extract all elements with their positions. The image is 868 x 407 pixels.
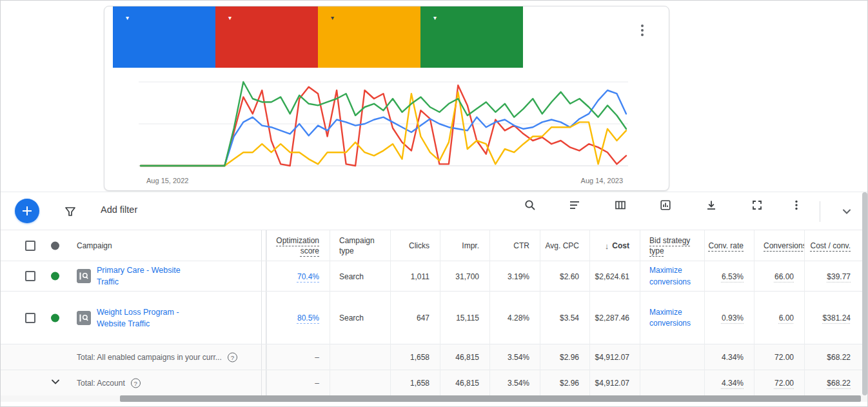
status-enabled-dot[interactable]: [51, 313, 59, 322]
total-cell-convRate: 4.34%: [704, 370, 754, 396]
column-header-costConv[interactable]: Cost / conv.: [804, 230, 861, 261]
campaign-name-link[interactable]: Weight Loss Program - Website Traffic: [97, 306, 203, 329]
cell-convRate: 6.53%: [704, 261, 754, 292]
help-icon[interactable]: ?: [228, 352, 237, 362]
cell-type: Search: [330, 261, 390, 292]
expand-total-chevron-icon[interactable]: [50, 376, 61, 390]
toolbar-columns-button[interactable]: [598, 197, 643, 222]
total-cell-type: [330, 344, 390, 370]
toolbar-divider: [820, 201, 820, 222]
toolbar-reports-button[interactable]: [643, 197, 688, 222]
x-axis-start-label: Aug 15, 2022: [146, 177, 188, 184]
total-cell-ctr: 3.54%: [489, 370, 540, 396]
total-cell-conversions: 72.00: [754, 370, 804, 396]
total-cell-impr: 46,815: [440, 344, 489, 370]
row-checkbox[interactable]: [25, 271, 35, 281]
cell-ctr: 3.19%: [489, 261, 540, 292]
total-cell-ctr: 3.54%: [489, 344, 540, 370]
chevron-down-icon: ▾: [331, 14, 334, 21]
column-header-cost[interactable]: ↓Cost: [589, 230, 640, 261]
filter-funnel-icon[interactable]: [64, 205, 77, 221]
total-cell-type: [330, 370, 390, 396]
column-header-conversions[interactable]: Conversions: [754, 230, 804, 261]
cell-cpc: $3.54: [540, 292, 589, 344]
campaign-name-link[interactable]: Primary Care - Website Traffic: [97, 264, 203, 288]
total-cell-impr: 46,815: [440, 370, 489, 396]
total-cell-clicks: 1,658: [390, 344, 440, 370]
total-cell-bid: [640, 344, 704, 370]
table-header-row: CampaignOptimization scoreCampaign typeC…: [1, 230, 868, 261]
chevron-down-icon: ▾: [228, 14, 232, 21]
cell-bid[interactable]: Maximize conversions: [640, 292, 704, 344]
toolbar-actions: [509, 197, 854, 222]
toolbar-download-button[interactable]: [688, 197, 735, 222]
table-toolbar: Add filter: [1, 192, 868, 230]
horizontal-scrollbar-thumb[interactable]: [120, 395, 861, 402]
frozen-pane-divider: [261, 370, 262, 395]
chart-options-menu-icon[interactable]: [636, 23, 648, 37]
toolbar-more-button[interactable]: [780, 197, 813, 222]
frozen-pane-divider: [261, 230, 262, 261]
column-header-type[interactable]: Campaign type: [330, 230, 390, 261]
metric-label[interactable]: ▾: [327, 14, 420, 21]
performance-chart-card: ▾▾▾▾ Aug 15, 2022 Aug 14, 2023: [104, 6, 669, 191]
total-cell-opt: –: [266, 370, 330, 396]
select-all-checkbox[interactable]: [25, 241, 35, 251]
cell-bid[interactable]: Maximize conversions: [640, 261, 704, 292]
more-icon: [790, 199, 803, 214]
campaign-table: CampaignOptimization scoreCampaign typeC…: [1, 230, 868, 396]
column-header-impr[interactable]: Impr.: [440, 230, 489, 261]
search-campaign-icon: [77, 269, 91, 283]
sort-desc-icon: ↓: [605, 241, 609, 251]
x-axis-end-label: Aug 14, 2023: [581, 177, 623, 184]
total-row-label: Total: Account: [77, 379, 125, 388]
frozen-pane-divider: [266, 230, 266, 261]
add-filter-button[interactable]: Add filter: [101, 204, 137, 215]
metric-card-conversions[interactable]: ▾: [318, 6, 420, 68]
cell-costConv: $39.77: [804, 261, 861, 292]
table-row: Weight Loss Program - Website Traffic80.…: [1, 292, 868, 344]
column-header-convRate[interactable]: Conv. rate: [704, 230, 754, 261]
collapse-table-chevron-icon[interactable]: [840, 204, 854, 222]
column-header-clicks[interactable]: Clicks: [390, 230, 440, 261]
reports-icon: [659, 199, 672, 214]
column-header-campaign[interactable]: Campaign: [77, 241, 112, 250]
cell-clicks: 1,011: [390, 261, 440, 292]
column-header-bid[interactable]: Bid strategy type: [640, 230, 704, 261]
metric-card-cost[interactable]: ▾: [420, 6, 523, 68]
column-header-opt[interactable]: Optimization score: [266, 230, 330, 261]
toolbar-segment-button[interactable]: [551, 197, 598, 222]
series-clicks: [141, 90, 626, 166]
expand-icon: [751, 199, 764, 214]
column-header-ctr[interactable]: CTR: [489, 230, 540, 261]
vertical-scrollbar-thumb[interactable]: [862, 192, 867, 395]
total-account-row: Total: Account?–1,65846,8153.54%$2.96$4,…: [1, 370, 868, 396]
total-row-label: Total: All enabled campaigns in your cur…: [77, 353, 222, 362]
cell-opt[interactable]: 80.5%: [266, 292, 330, 344]
add-campaign-button[interactable]: [15, 199, 39, 223]
column-header-cpc[interactable]: Avg. CPC: [540, 230, 589, 261]
frozen-pane-divider: [266, 261, 266, 291]
row-checkbox[interactable]: [25, 313, 35, 323]
cell-convRate: 0.93%: [704, 292, 754, 344]
metric-card-clicks[interactable]: ▾: [113, 6, 215, 68]
series-conversions: [141, 92, 626, 166]
columns-icon: [614, 199, 627, 214]
cell-opt[interactable]: 70.4%: [266, 261, 330, 292]
metric-label[interactable]: ▾: [224, 14, 318, 21]
toolbar-expand-button[interactable]: [735, 197, 780, 222]
total-cell-cost: $4,912.07: [589, 370, 640, 396]
metric-card-cost-conv[interactable]: ▾: [215, 6, 318, 68]
metric-label[interactable]: ▾: [122, 14, 215, 21]
total-cell-opt: –: [266, 344, 330, 370]
chevron-down-icon: ▾: [433, 14, 437, 21]
total-cell-clicks: 1,658: [390, 370, 440, 396]
total-cell-conversions: 72.00: [754, 344, 804, 370]
help-icon[interactable]: ?: [131, 378, 141, 388]
status-enabled-dot[interactable]: [51, 272, 59, 281]
cell-clicks: 647: [390, 292, 440, 344]
toolbar-search-button[interactable]: [509, 197, 551, 222]
metric-label[interactable]: ▾: [429, 14, 523, 21]
total-cell-convRate: 4.34%: [704, 344, 754, 370]
status-filter-dot[interactable]: [51, 241, 59, 250]
